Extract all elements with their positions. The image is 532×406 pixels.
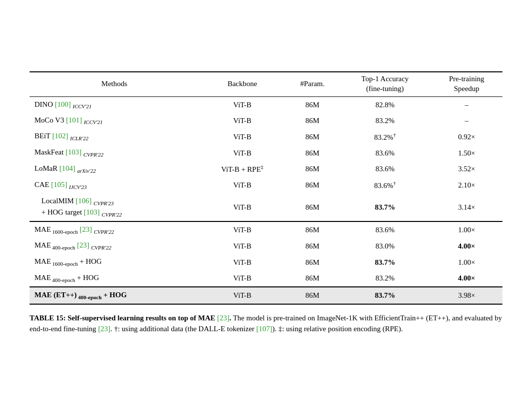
backbone-cell: ViT-B [199, 145, 286, 161]
table-row: BEiT [102] ICLR'22 ViT-B 86M 83.2%† 0.92… [30, 128, 502, 145]
table-row: DINO [100] ICCV'21 ViT-B 86M 82.8% – [30, 97, 502, 113]
subscript: 1600-epoch [51, 261, 78, 267]
citation: [106] [76, 197, 92, 205]
method-cell: MAE 400-epoch + HOG [30, 270, 199, 287]
table-row: MAE 1600-epoch [23] CVPR'22 ViT-B 86M 83… [30, 221, 502, 238]
citation: [103] [66, 148, 82, 156]
backbone-cell: ViT-B [199, 113, 286, 128]
speedup-cell: 1.00× [431, 221, 502, 238]
table-row: MAE 1600-epoch + HOG ViT-B 86M 83.7% 1.0… [30, 254, 502, 270]
method-cell: LoMaR [104] arXiv'22 [30, 161, 199, 177]
subscript: 400-epoch [51, 277, 75, 283]
caption-cite-mae: [23] [217, 314, 230, 322]
backbone-cell: ViT-B [199, 193, 286, 221]
venue: arXiv'22 [77, 168, 96, 174]
venue: ICLR'22 [70, 135, 88, 141]
citation: [23] [77, 241, 89, 249]
speedup-cell: 3.98× [431, 287, 502, 304]
params-cell: 86M [286, 193, 339, 221]
speedup-cell: 3.14× [431, 193, 502, 221]
table-row: MAE 400-epoch + HOG ViT-B 86M 83.2% 4.00… [30, 270, 502, 287]
backbone-cell: ViT-B [199, 254, 286, 270]
params-cell: 86M [286, 254, 339, 270]
table-row: MaskFeat [103] CVPR'22 ViT-B 86M 83.6% 1… [30, 145, 502, 161]
params-cell: 86M [286, 128, 339, 145]
method-cell: MAE (ET++) 400-epoch + HOG [30, 287, 199, 304]
table-row-highlight: MAE (ET++) 400-epoch + HOG ViT-B 86M 83.… [30, 287, 502, 304]
method-cell: CAE [105] IJCV'23 [30, 177, 199, 193]
citation: [101] [66, 116, 82, 124]
speedup-cell: 1.50× [431, 145, 502, 161]
params-cell: 86M [286, 238, 339, 254]
backbone-cell: ViT-B [199, 270, 286, 287]
caption-title: Self-supervised learning results on top … [67, 314, 217, 322]
citation: [103] [84, 208, 100, 216]
speedup-cell: 0.92× [431, 128, 502, 145]
top1-cell: 83.2%† [339, 128, 431, 145]
top1-cell: 83.6% [339, 145, 431, 161]
results-table: Methods Backbone #Param. Top-1 Accuracy(… [30, 71, 502, 305]
main-container: Methods Backbone #Param. Top-1 Accuracy(… [30, 71, 502, 335]
table-row: MoCo V3 [101] ICCV'21 ViT-B 86M 83.2% – [30, 113, 502, 128]
method-cell: DINO [100] ICCV'21 [30, 97, 199, 113]
speedup-cell: 3.52× [431, 161, 502, 177]
params-cell: 86M [286, 113, 339, 128]
method-cell: MoCo V3 [101] ICCV'21 [30, 113, 199, 128]
top1-cell: 83.7% [339, 193, 431, 221]
citation: [23] [80, 225, 92, 233]
params-cell: 86M [286, 97, 339, 113]
params-cell: 86M [286, 270, 339, 287]
caption-cite-dalle: [107] [256, 325, 272, 333]
top1-cell: 83.7% [339, 287, 431, 304]
top1-cell: 83.6% [339, 221, 431, 238]
speedup-cell: 1.00× [431, 254, 502, 270]
venue: ICCV'21 [84, 118, 102, 124]
col-header-params: #Param. [286, 72, 339, 97]
venue: CVPR'22 [101, 212, 122, 218]
citation: [100] [55, 100, 71, 108]
method-cell: MAE 1600-epoch + HOG [30, 254, 199, 270]
top1-cell: 83.2% [339, 270, 431, 287]
params-cell: 86M [286, 145, 339, 161]
table-row: LoMaR [104] arXiv'22 ViT-B + RPE‡ 86M 83… [30, 161, 502, 177]
caption-label: TABLE 15: [30, 314, 66, 322]
speedup-cell: 2.10× [431, 177, 502, 193]
table-caption: TABLE 15: Self-supervised learning resul… [30, 312, 502, 335]
speedup-cell: 4.00× [431, 238, 502, 254]
venue: ICCV'21 [73, 101, 92, 108]
backbone-cell: ViT-B [199, 221, 286, 238]
top1-cell: 83.7% [339, 254, 431, 270]
subscript: 400-epoch [51, 245, 75, 250]
col-header-methods: Methods [30, 72, 199, 97]
backbone-cell: ViT-B [199, 287, 286, 304]
backbone-cell: ViT-B [199, 238, 286, 254]
table-row: MAE 400-epoch [23] CVPR'22 ViT-B 86M 83.… [30, 238, 502, 254]
backbone-cell: ViT-B [199, 177, 286, 193]
subscript: 1600-epoch [51, 229, 78, 235]
params-cell: 86M [286, 161, 339, 177]
table-header-row: Methods Backbone #Param. Top-1 Accuracy(… [30, 72, 502, 97]
table-row: LocalMIM [106] CVPR'23 + HOG target [103… [30, 193, 502, 221]
top1-cell: 83.6%† [339, 177, 431, 193]
params-cell: 86M [286, 287, 339, 304]
top1-cell: 82.8% [339, 97, 431, 113]
citation: [102] [52, 132, 68, 140]
backbone-cell: ViT-B [199, 128, 286, 145]
venue: CVPR'23 [94, 200, 114, 206]
backbone-cell: ViT-B + RPE‡ [199, 161, 286, 177]
venue: CVPR'22 [83, 152, 103, 157]
top1-cell: 83.2% [339, 113, 431, 128]
col-header-speedup: Pre-trainingSpeedup [431, 72, 502, 97]
top1-cell: 83.6% [339, 161, 431, 177]
method-cell: BEiT [102] ICLR'22 [30, 128, 199, 145]
method-cell: LocalMIM [106] CVPR'23 + HOG target [103… [30, 193, 199, 221]
col-header-backbone: Backbone [199, 72, 286, 97]
caption-cite-mae2: [23] [98, 325, 110, 333]
top1-cell: 83.0% [339, 238, 431, 254]
speedup-cell: 4.00× [431, 270, 502, 287]
method-cell: MaskFeat [103] CVPR'22 [30, 145, 199, 161]
method-cell: MAE 400-epoch [23] CVPR'22 [30, 238, 199, 254]
venue: CVPR'22 [94, 229, 114, 235]
venue: CVPR'22 [91, 245, 111, 250]
col-header-top1: Top-1 Accuracy(fine-tuning) [339, 72, 431, 97]
